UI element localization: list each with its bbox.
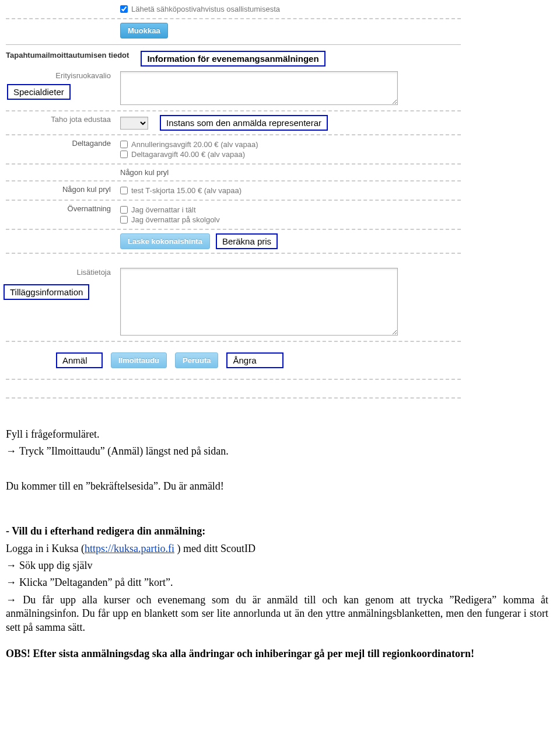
p-search-self: Sök upp dig själv — [6, 559, 548, 572]
instructions-text: Fyll i frågeformuläret. Tryck ”Ilmoittau… — [6, 428, 548, 661]
row-pryl: Någon kul pryl test T-skjorta 15.00 € (a… — [6, 180, 461, 200]
kuksa-link[interactable]: https://kuksa.partio.fi — [85, 543, 174, 554]
row-edit-button: Muokkaa — [6, 18, 461, 42]
cancel-fee-label: Annulleringsavgift 20.00 € (alv vapaa) — [131, 140, 258, 149]
additional-info-textarea[interactable] — [120, 268, 398, 336]
cancel-fee-checkbox[interactable] — [120, 141, 128, 148]
tent-checkbox[interactable] — [120, 206, 128, 214]
p-click-deltaganden: Klicka ”Deltaganden” på ditt ”kort”. — [6, 576, 548, 589]
section-event-info: Tapahtumailmoittautumisen tiedot Informa… — [6, 47, 461, 70]
tshirt-label: test T-skjorta 15.00 € (alv vapaa) — [131, 186, 242, 195]
row-email-confirm: Lähetä sähköpostivahvistus osallistumise… — [6, 0, 461, 18]
callout-calculate: Beräkna pris — [216, 233, 278, 249]
callout-angra: Ångra — [226, 352, 284, 368]
participant-fee-label: Deltagaravgift 40.00 € (alv vapaa) — [131, 150, 245, 159]
participant-fee-checkbox[interactable] — [120, 151, 128, 158]
edit-button[interactable]: Muokkaa — [120, 23, 168, 39]
email-confirm-checkbox[interactable] — [120, 5, 128, 13]
callout-diet: Specialdieter — [7, 84, 71, 100]
callout-represent: Instans som den anmälda representerar — [160, 115, 328, 131]
p-confirmation: Du kommer till en ”bekräftelsesida”. Du … — [6, 480, 548, 493]
p-fill-form: Fyll i frågeformuläret. — [6, 428, 548, 441]
h-edit-later: - Vill du i efterhand redigera din anmäl… — [6, 525, 548, 538]
represent-label: Taho jota edustaa — [51, 115, 111, 124]
diet-label: Erityisruokavalio — [55, 71, 111, 80]
represent-select[interactable] — [120, 117, 148, 130]
row-represent: Taho jota edustaa Instans som den anmäld… — [6, 110, 461, 134]
section-title-text: Tapahtumailmoittautumisen tiedot — [6, 51, 129, 60]
participation-label: Deltagande — [72, 139, 111, 148]
row-participation: Deltagande Annulleringsavgift 20.00 € (a… — [6, 134, 461, 163]
tent-label: Jag övernattar i tält — [131, 205, 196, 214]
calculate-price-button[interactable]: Laske kokonaishinta — [120, 233, 210, 249]
p-obs: OBS! Efter sista anmälningsdag ska alla … — [6, 647, 548, 661]
row-pryl-header: Någon kul pryl — [6, 163, 461, 180]
form-area: Lähetä sähköpostivahvistus osallistumise… — [6, 0, 461, 399]
callout-anmal: Anmäl — [56, 352, 103, 368]
row-additional-info: Lisätietoja Tilläggsinformation — [6, 264, 461, 341]
cancel-button[interactable]: Peruuta — [175, 352, 218, 368]
callout-event-info: Information för evenemangsanmälningen — [141, 51, 325, 67]
pryl-header-text: Någon kul pryl — [120, 168, 169, 177]
email-confirm-label: Lähetä sähköpostivahvistus osallistumise… — [131, 5, 280, 13]
row-diet: Erityisruokavalio Specialdieter — [6, 70, 461, 110]
p-login: Logga in i Kuksa (https://kuksa.partio.f… — [6, 542, 548, 556]
row-overnight: Övernattning Jag övernattar i tält Jag ö… — [6, 200, 461, 229]
pryl-label: Någon kul pryl — [62, 185, 111, 194]
p-edit-instructions: → Du får upp alla kurser och evenemang s… — [6, 593, 548, 634]
additional-info-label: Lisätietoja — [76, 268, 111, 277]
row-submit: Anmäl Ilmoittaudu Peruuta Ångra — [6, 341, 461, 379]
floor-checkbox[interactable] — [120, 216, 128, 223]
row-calculate: Laske kokonaishinta Beräkna pris — [6, 229, 461, 253]
submit-button[interactable]: Ilmoittaudu — [111, 352, 167, 368]
callout-additional-info: Tilläggsinformation — [4, 284, 89, 300]
diet-textarea[interactable] — [120, 71, 398, 105]
p-press-submit: Tryck ”Ilmoittaudu” (Anmäl) längst ned p… — [6, 445, 548, 458]
overnight-label: Övernattning — [68, 204, 111, 213]
floor-label: Jag övernattar på skolgolv — [131, 215, 220, 224]
tshirt-checkbox[interactable] — [120, 187, 128, 194]
